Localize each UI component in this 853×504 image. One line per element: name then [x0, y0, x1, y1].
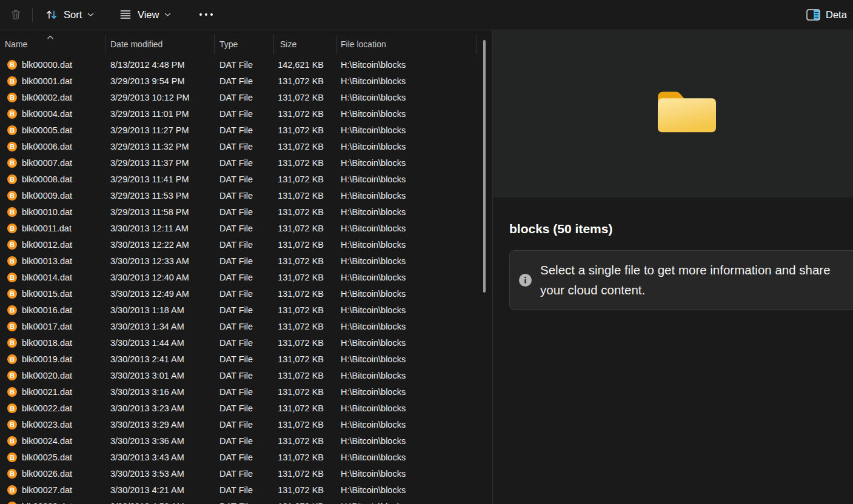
file-location-cell: H:\Bitcoin\blocks: [337, 191, 477, 201]
see-more-button[interactable]: [193, 4, 219, 25]
table-row[interactable]: Bblk00026.dat3/30/2013 3:53 AMDAT File13…: [0, 465, 479, 482]
table-row[interactable]: Bblk00011.dat3/30/2013 12:11 AMDAT File1…: [0, 220, 479, 236]
table-row[interactable]: Bblk00023.dat3/30/2013 3:29 AMDAT File13…: [0, 416, 479, 433]
file-name-cell: Bblk00025.dat: [0, 453, 105, 462]
type-cell: DAT File: [215, 60, 274, 70]
file-name-cell: Bblk00018.dat: [0, 338, 105, 348]
file-name-label: blk00014.dat: [22, 273, 72, 282]
file-name-label: blk00016.dat: [22, 305, 72, 315]
table-row[interactable]: Bblk00015.dat3/30/2013 12:49 AMDAT File1…: [0, 285, 479, 302]
file-name-cell: Bblk00006.dat: [0, 142, 105, 151]
folder-icon: [655, 87, 719, 136]
file-name-label: blk00012.dat: [22, 240, 72, 250]
table-row[interactable]: Bblk00025.dat3/30/2013 3:43 AMDAT File13…: [0, 449, 479, 465]
table-row[interactable]: Bblk00006.dat3/29/2013 11:32 PMDAT File1…: [0, 138, 479, 154]
size-cell: 131,072 KB: [274, 76, 337, 86]
bitcoin-icon: B: [7, 289, 17, 299]
bitcoin-icon: B: [7, 420, 17, 429]
size-cell: 131,072 KB: [274, 158, 337, 168]
type-cell: DAT File: [215, 436, 274, 446]
file-location-cell: H:\Bitcoin\blocks: [337, 240, 477, 250]
bitcoin-icon: B: [7, 354, 17, 364]
type-cell: DAT File: [215, 142, 274, 151]
details-pane-icon: [806, 9, 820, 21]
column-headers: Name Date modified Type Size File locati…: [0, 32, 492, 56]
file-name-cell: Bblk00002.dat: [0, 93, 105, 102]
table-row[interactable]: Bblk00004.dat3/29/2013 11:01 PMDAT File1…: [0, 105, 479, 122]
type-cell: DAT File: [215, 224, 274, 233]
size-cell: 131,072 KB: [274, 125, 337, 135]
file-name-cell: Bblk00015.dat: [0, 289, 105, 299]
type-cell: DAT File: [215, 322, 274, 331]
file-name-label: blk00011.dat: [22, 224, 72, 233]
table-row[interactable]: Bblk00014.dat3/30/2013 12:40 AMDAT File1…: [0, 269, 479, 285]
date-modified-cell: 3/30/2013 3:23 AM: [105, 403, 215, 413]
table-row[interactable]: Bblk00000.dat8/13/2012 4:48 PMDAT File14…: [0, 56, 479, 73]
sort-button[interactable]: Sort: [40, 4, 99, 25]
table-row[interactable]: Bblk00028.dat3/30/2013 4:52 AMDAT File13…: [0, 498, 479, 504]
table-row[interactable]: Bblk00016.dat3/30/2013 1:18 AMDAT File13…: [0, 302, 479, 318]
file-name-cell: Bblk00009.dat: [0, 191, 105, 201]
table-row[interactable]: Bblk00022.dat3/30/2013 3:23 AMDAT File13…: [0, 400, 479, 416]
table-row[interactable]: Bblk00001.dat3/29/2013 9:54 PMDAT File13…: [0, 73, 479, 89]
table-row[interactable]: Bblk00020.dat3/30/2013 3:01 AMDAT File13…: [0, 367, 479, 383]
file-name-cell: Bblk00014.dat: [0, 273, 105, 282]
date-modified-cell: 3/30/2013 12:22 AM: [105, 240, 215, 250]
table-row[interactable]: Bblk00007.dat3/29/2013 11:37 PMDAT File1…: [0, 154, 479, 171]
date-modified-cell: 3/30/2013 3:29 AM: [105, 420, 215, 429]
column-header-name[interactable]: Name: [0, 32, 105, 56]
table-row[interactable]: Bblk00009.dat3/29/2013 11:53 PMDAT File1…: [0, 187, 479, 204]
type-cell: DAT File: [215, 93, 274, 102]
file-location-cell: H:\Bitcoin\blocks: [337, 60, 477, 70]
type-cell: DAT File: [215, 354, 274, 364]
file-location-cell: H:\Bitcoin\blocks: [337, 142, 477, 151]
vertical-scrollbar-thumb[interactable]: [483, 40, 486, 293]
file-name-cell: Bblk00001.dat: [0, 76, 105, 86]
date-modified-cell: 3/30/2013 12:40 AM: [105, 273, 215, 282]
bitcoin-icon: B: [7, 191, 17, 201]
bitcoin-icon: B: [7, 387, 17, 397]
toolbar: Sort View Deta: [0, 0, 853, 30]
table-row[interactable]: Bblk00008.dat3/29/2013 11:41 PMDAT File1…: [0, 171, 479, 187]
file-location-cell: H:\Bitcoin\blocks: [337, 354, 477, 364]
table-row[interactable]: Bblk00024.dat3/30/2013 3:36 AMDAT File13…: [0, 433, 479, 449]
table-row[interactable]: Bblk00019.dat3/30/2013 2:41 AMDAT File13…: [0, 351, 479, 367]
table-row[interactable]: Bblk00021.dat3/30/2013 3:16 AMDAT File13…: [0, 383, 479, 400]
size-cell: 131,072 KB: [274, 322, 337, 331]
table-row[interactable]: Bblk00012.dat3/30/2013 12:22 AMDAT File1…: [0, 236, 479, 253]
file-location-cell: H:\Bitcoin\blocks: [337, 224, 477, 233]
table-row[interactable]: Bblk00027.dat3/30/2013 4:21 AMDAT File13…: [0, 482, 479, 498]
type-cell: DAT File: [215, 403, 274, 413]
info-card: Select a single file to get more informa…: [509, 250, 853, 310]
ellipsis-icon: [199, 13, 213, 16]
table-row[interactable]: Bblk00002.dat3/29/2013 10:12 PMDAT File1…: [0, 89, 479, 105]
file-location-cell: H:\Bitcoin\blocks: [337, 371, 477, 380]
column-header-date-modified[interactable]: Date modified: [105, 32, 215, 56]
table-row[interactable]: Bblk00013.dat3/30/2013 12:33 AMDAT File1…: [0, 253, 479, 269]
bitcoin-icon: B: [7, 502, 17, 504]
column-header-file-location[interactable]: File location: [337, 32, 477, 56]
table-row[interactable]: Bblk00010.dat3/29/2013 11:58 PMDAT File1…: [0, 204, 479, 220]
column-header-size[interactable]: Size: [274, 32, 337, 56]
column-header-type-label: Type: [219, 39, 238, 49]
view-button[interactable]: View: [114, 4, 176, 25]
type-cell: DAT File: [215, 289, 274, 299]
date-modified-cell: 3/30/2013 1:18 AM: [105, 305, 215, 315]
view-button-label: View: [138, 9, 159, 21]
file-location-cell: H:\Bitcoin\blocks: [337, 387, 477, 397]
column-header-size-label: Size: [280, 39, 296, 49]
sort-ascending-icon: [46, 32, 55, 42]
size-cell: 131,072 KB: [274, 338, 337, 348]
file-name-cell: Bblk00022.dat: [0, 403, 105, 413]
table-row[interactable]: Bblk00005.dat3/29/2013 11:27 PMDAT File1…: [0, 122, 479, 138]
bitcoin-icon: B: [7, 322, 17, 331]
details-toggle-button[interactable]: Deta: [801, 4, 853, 25]
table-row[interactable]: Bblk00017.dat3/30/2013 1:34 AMDAT File13…: [0, 318, 479, 334]
preview-pane: [493, 30, 853, 197]
column-header-type[interactable]: Type: [215, 32, 274, 56]
bitcoin-icon: B: [7, 403, 17, 413]
chevron-down-icon: [87, 13, 94, 17]
file-name-cell: Bblk00013.dat: [0, 256, 105, 266]
table-row[interactable]: Bblk00018.dat3/30/2013 1:44 AMDAT File13…: [0, 334, 479, 351]
delete-button[interactable]: [5, 4, 27, 25]
